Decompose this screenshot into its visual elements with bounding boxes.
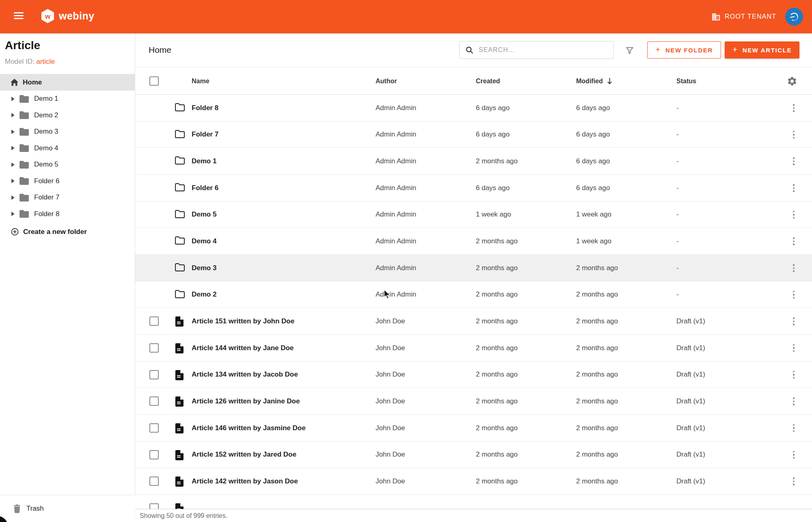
sidebar-folder-item[interactable]: Demo 1 [0,91,135,107]
row-checkbox[interactable] [149,396,159,406]
row-name[interactable]: Demo 3 [192,255,216,282]
table-row[interactable]: Article 152 written by Jared Doe John Do… [135,442,812,468]
row-status: - [676,228,679,255]
chevron-right-icon[interactable] [11,113,15,117]
row-name[interactable]: Article 151 written by John Doe [192,308,294,335]
column-header-author[interactable]: Author [376,67,397,95]
row-name[interactable]: Article 142 written by Jason Doe [192,468,298,495]
row-menu-kebab-icon[interactable] [789,442,799,468]
table-row[interactable]: Folder 8 Admin Admin 6 days ago 6 days a… [135,95,812,121]
row-name[interactable]: Demo 5 [192,201,216,228]
row-menu-kebab-icon[interactable] [789,282,799,308]
table-row[interactable]: Demo 4 Admin Admin 2 months ago 1 week a… [135,228,812,255]
row-name[interactable]: Demo 1 [192,148,216,175]
tenant-selector[interactable]: ROOT TENANT [711,0,776,33]
row-name[interactable]: Article 152 written by Jared Doe [192,442,296,468]
home-icon [10,78,19,86]
chevron-right-icon[interactable] [11,179,15,183]
table-row[interactable]: Article 146 written by Jasmine Doe John … [135,415,812,442]
row-menu-kebab-icon[interactable] [789,415,799,442]
folder-icon [175,290,185,298]
row-menu-kebab-icon[interactable] [789,175,799,201]
table-row[interactable]: Demo 5 Admin Admin 1 week ago 1 week ago… [135,201,812,228]
row-menu-kebab-icon[interactable] [789,121,799,148]
new-folder-button[interactable]: + NEW FOLDER [647,41,721,58]
select-all-checkbox[interactable] [149,76,159,86]
table-row[interactable]: Demo 3 Admin Admin 2 months ago 2 months… [135,255,812,282]
chevron-right-icon[interactable] [11,212,15,216]
row-name[interactable]: Article 144 written by Jane Doe [192,335,294,362]
column-header-modified[interactable]: Modified [576,67,613,95]
row-name[interactable]: Demo 2 [192,282,216,308]
row-checkbox[interactable] [149,450,159,459]
row-menu-kebab-icon[interactable] [789,468,799,495]
row-name[interactable]: Folder 7 [192,121,218,148]
building-icon [711,12,721,22]
chevron-right-icon[interactable] [11,97,15,101]
webiny-logo[interactable]: w webiny [41,9,95,23]
row-status: Draft (v1) [676,415,705,442]
table-row[interactable]: Article 144 written by Jane Doe John Doe… [135,335,812,362]
row-status: - [676,121,679,148]
sidebar-folder-item[interactable]: Folder 8 [0,206,135,223]
table-footer: Showing 50 out of 999 entries. [135,509,812,522]
chevron-right-icon[interactable] [11,146,15,150]
row-menu-kebab-icon[interactable] [789,148,799,175]
row-menu-kebab-icon[interactable] [789,95,799,121]
sidebar-folder-item[interactable]: Demo 2 [0,107,135,124]
column-header-status[interactable]: Status [676,67,696,95]
table-row[interactable]: Demo 1 Admin Admin 2 months ago 6 days a… [135,148,812,175]
table-row[interactable]: Folder 6 Admin Admin 6 days ago 6 days a… [135,175,812,201]
row-menu-kebab-icon[interactable] [789,388,799,415]
sidebar-item-home[interactable]: Home [0,74,135,91]
row-checkbox[interactable] [149,370,159,379]
table-row[interactable]: Article 151 written by John Doe John Doe… [135,308,812,335]
row-name[interactable]: Article 126 written by Janine Doe [192,388,300,415]
row-menu-kebab-icon[interactable] [789,228,799,255]
table-header: Name Author Created Modified Status [135,67,812,95]
row-name[interactable]: Article 146 written by Jasmine Doe [192,415,306,442]
row-menu-kebab-icon[interactable] [789,362,799,388]
chevron-right-icon[interactable] [11,195,15,200]
document-icon [175,343,184,353]
table-row[interactable]: Demo 2 Admin Admin 2 months ago 2 months… [135,282,812,308]
menu-icon[interactable] [14,12,24,21]
table-row[interactable]: Article 134 written by Jacob Doe John Do… [135,362,812,388]
new-article-button[interactable]: + NEW ARTICLE [725,41,799,58]
table-row[interactable]: Folder 7 Admin Admin 6 days ago 6 days a… [135,121,812,148]
search-input[interactable] [479,46,613,54]
sidebar-folder-item[interactable]: Demo 4 [0,140,135,157]
row-name[interactable]: Folder 8 [192,95,218,121]
row-checkbox[interactable] [149,343,159,353]
row-name[interactable]: Folder 6 [192,175,218,201]
sidebar-folder-item[interactable]: Demo 5 [0,156,135,173]
row-name[interactable]: Article 134 written by Jacob Doe [192,362,298,388]
sidebar-folder-item[interactable]: Demo 3 [0,123,135,140]
row-checkbox[interactable] [149,423,159,433]
sidebar-folder-item[interactable]: Folder 7 [0,189,135,206]
folder-icon [19,128,29,136]
table-row[interactable]: Article 142 written by Jason Doe John Do… [135,468,812,495]
column-header-created[interactable]: Created [476,67,500,95]
sidebar-folder-item[interactable]: Folder 6 [0,173,135,190]
sidebar-item-trash[interactable]: Trash [0,495,135,522]
row-modified: 6 days ago [576,175,610,201]
row-menu-kebab-icon[interactable] [789,201,799,228]
user-avatar[interactable] [785,8,803,26]
row-checkbox[interactable] [149,477,159,486]
sort-desc-arrow-icon [607,78,613,84]
row-checkbox[interactable] [149,316,159,326]
table-settings-gear-icon[interactable] [787,76,797,87]
filter-icon[interactable] [624,44,636,56]
model-id-value[interactable]: article [36,58,54,65]
row-menu-kebab-icon[interactable] [789,335,799,362]
document-icon [175,316,184,327]
create-folder-button[interactable]: Create a new folder [0,223,135,240]
chevron-right-icon[interactable] [11,130,15,134]
row-menu-kebab-icon[interactable] [789,308,799,335]
chevron-right-icon[interactable] [11,162,15,167]
table-row[interactable]: Article 126 written by Janine Doe John D… [135,388,812,415]
column-header-name[interactable]: Name [192,67,209,95]
row-menu-kebab-icon[interactable] [789,255,799,282]
row-name[interactable]: Demo 4 [192,228,216,255]
